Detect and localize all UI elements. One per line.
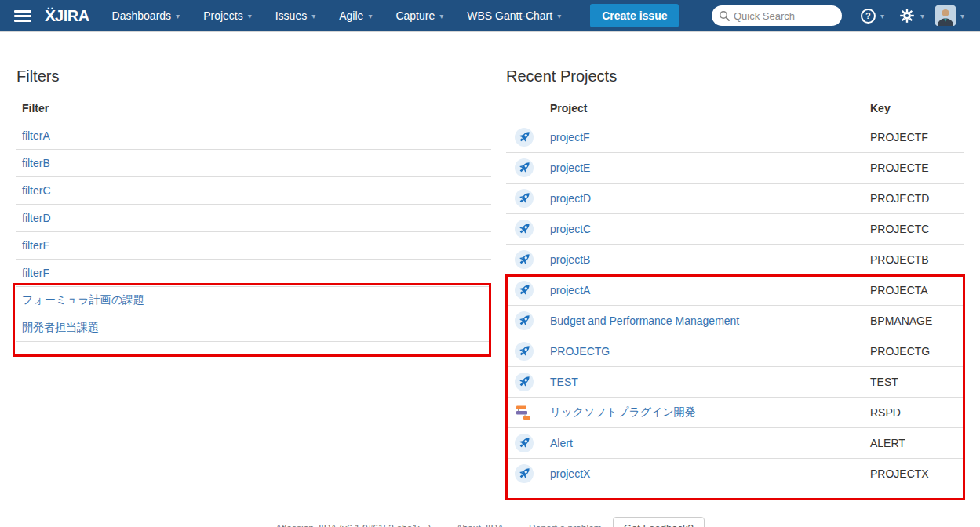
filters-table: Filter filterA filterB filterC filterD f… xyxy=(16,99,491,342)
project-key: ALERT xyxy=(870,428,964,459)
quick-search xyxy=(712,5,842,26)
table-row: filterB xyxy=(16,150,491,177)
menu-capture-label: Capture xyxy=(395,9,435,22)
project-key: RSPD xyxy=(870,398,964,428)
chevron-down-icon: ▾ xyxy=(960,12,964,20)
table-row: TEST TEST xyxy=(506,367,964,398)
chevron-down-icon: ▾ xyxy=(368,12,372,20)
table-row: フォーミュラ計画の課題 xyxy=(16,287,491,314)
footer-link-about[interactable]: About JIRA xyxy=(456,523,504,527)
project-key: PROJECTB xyxy=(870,245,964,275)
project-link[interactable]: TEST xyxy=(550,376,578,388)
user-menu-button[interactable]: ▾ xyxy=(935,5,964,26)
project-avatar-gantt-icon xyxy=(515,403,534,422)
recent-projects-table: Project Key projectF PROJECTF projectE P… xyxy=(506,99,964,489)
feedback-button[interactable]: Got Feedback? xyxy=(613,517,705,527)
project-link[interactable]: projectB xyxy=(550,253,590,266)
chevron-down-icon: ▾ xyxy=(920,12,924,20)
project-key: TEST xyxy=(870,367,964,398)
search-icon xyxy=(718,9,730,22)
project-link[interactable]: リックソフトプラグイン開発 xyxy=(550,405,696,418)
project-link[interactable]: projectX xyxy=(550,467,590,480)
menu-projects-label: Projects xyxy=(203,9,243,22)
filters-section: Filters Filter filterA filterB filterC f… xyxy=(16,66,491,342)
table-row: PROJECTG PROJECTG xyxy=(506,336,964,367)
table-row: projectB PROJECTB xyxy=(506,245,964,275)
filter-link[interactable]: filterE xyxy=(22,239,50,252)
create-issue-button[interactable]: Create issue xyxy=(590,4,679,27)
project-link[interactable]: projectA xyxy=(550,284,590,296)
page-footer: Atlassian JIRA (v6.1.9#6153-sha1:...) · … xyxy=(0,507,980,527)
project-avatar-rocket-icon xyxy=(515,434,534,452)
menu-issues[interactable]: Issues ▾ xyxy=(264,0,328,31)
project-link[interactable]: projectD xyxy=(550,192,591,205)
table-row: projectA PROJECTA xyxy=(506,275,964,306)
project-key: PROJECTC xyxy=(870,214,964,245)
menu-capture[interactable]: Capture ▾ xyxy=(384,0,455,31)
project-link[interactable]: projectC xyxy=(550,223,591,235)
filter-link[interactable]: filterF xyxy=(22,267,49,279)
table-row: Alert ALERT xyxy=(506,428,964,459)
menu-agile-label: Agile xyxy=(339,9,363,22)
project-key: PROJECTX xyxy=(870,459,964,489)
footer-link-report[interactable]: Report a problem xyxy=(529,523,602,527)
quick-search-input[interactable] xyxy=(712,5,842,26)
table-row: projectE PROJECTE xyxy=(506,153,964,184)
project-link[interactable]: projectF xyxy=(550,131,590,144)
project-link[interactable]: projectE xyxy=(550,162,590,174)
jira-version-text: Atlassian JIRA (v6.1.9#6153-sha1:...) xyxy=(275,523,431,527)
filter-link[interactable]: filterD xyxy=(22,212,51,224)
chevron-down-icon: ▾ xyxy=(176,12,180,20)
chevron-down-icon: ▾ xyxy=(439,12,443,20)
recent-projects-title: Recent Projects xyxy=(506,66,964,86)
project-key: PROJECTF xyxy=(870,122,964,153)
menu-dashboards-label: Dashboards xyxy=(112,9,172,22)
user-avatar xyxy=(935,5,956,26)
help-menu-button[interactable]: ? ▾ xyxy=(861,9,884,24)
filter-link[interactable]: filterA xyxy=(22,129,50,142)
project-avatar-rocket-icon xyxy=(515,311,534,330)
filter-link[interactable]: filterB xyxy=(22,157,50,169)
project-key: PROJECTE xyxy=(870,153,964,184)
project-link[interactable]: Budget and Performance Management xyxy=(550,314,739,327)
jira-logo[interactable]: Ẍ JIRA xyxy=(45,6,89,25)
filter-link[interactable]: フォーミュラ計画の課題 xyxy=(22,293,144,306)
project-avatar-rocket-icon xyxy=(515,128,534,147)
filter-link[interactable]: 開発者担当課題 xyxy=(22,321,99,333)
table-row: filterA xyxy=(16,122,491,150)
filters-column-header: Filter xyxy=(16,99,491,122)
table-row: 開発者担当課題 xyxy=(16,314,491,342)
jira-logo-text: JIRA xyxy=(55,7,89,25)
chevron-down-icon: ▾ xyxy=(557,12,561,20)
project-link[interactable]: Alert xyxy=(550,437,573,449)
chevron-down-icon: ▾ xyxy=(311,12,315,20)
table-row: リックソフトプラグイン開発 RSPD xyxy=(506,398,964,428)
project-avatar-rocket-icon xyxy=(515,281,534,300)
menu-wbs-gantt-chart-label: WBS Gantt-Chart xyxy=(467,9,552,22)
table-row: filterF xyxy=(16,260,491,287)
table-row: projectC PROJECTC xyxy=(506,214,964,245)
jira-logo-icon: Ẍ xyxy=(45,6,55,25)
project-avatar-rocket-icon xyxy=(515,158,534,177)
menu-dashboards[interactable]: Dashboards ▾ xyxy=(100,0,192,31)
table-row: projectX PROJECTX xyxy=(506,459,964,489)
top-navbar: Ẍ JIRA Dashboards ▾ Projects ▾ Issues ▾ … xyxy=(0,0,980,32)
menu-agile[interactable]: Agile ▾ xyxy=(327,0,384,31)
chevron-down-icon: ▾ xyxy=(248,12,252,20)
gear-icon xyxy=(898,7,916,24)
table-row: filterC xyxy=(16,177,491,205)
chevron-down-icon: ▾ xyxy=(880,12,884,20)
footer-separator: · xyxy=(515,523,518,527)
table-row: Budget and Performance Management BPMANA… xyxy=(506,306,964,336)
menu-projects[interactable]: Projects ▾ xyxy=(191,0,264,31)
jira-dashboard-page: Ẍ JIRA Dashboards ▾ Projects ▾ Issues ▾ … xyxy=(0,0,980,527)
project-key: BPMANAGE xyxy=(870,306,964,336)
project-key: PROJECTA xyxy=(870,275,964,306)
project-link[interactable]: PROJECTG xyxy=(550,345,610,358)
settings-menu-button[interactable]: ▾ xyxy=(898,7,924,24)
filter-link[interactable]: filterC xyxy=(22,184,51,197)
menu-wbs-gantt-chart[interactable]: WBS Gantt-Chart ▾ xyxy=(455,0,573,31)
projects-column-header: Project xyxy=(550,99,870,122)
hamburger-icon[interactable] xyxy=(14,10,31,22)
project-avatar-rocket-icon xyxy=(515,464,534,483)
